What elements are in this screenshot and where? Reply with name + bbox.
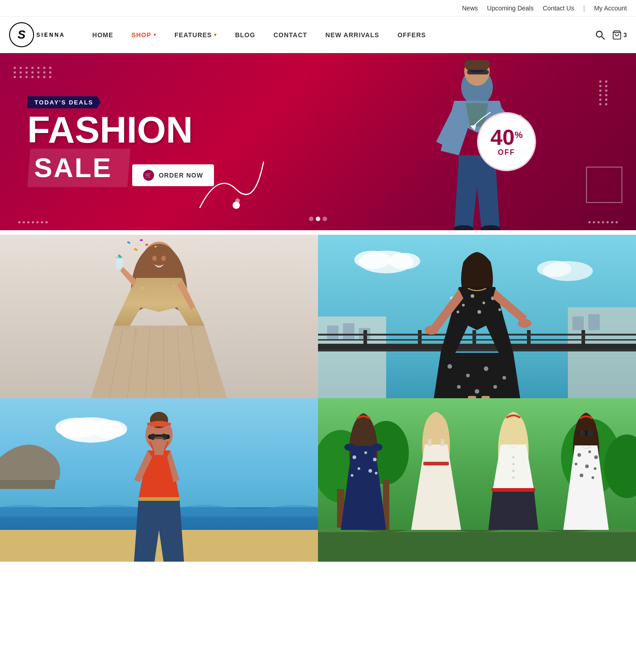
svg-point-76 <box>475 389 479 394</box>
svg-text:✦: ✦ <box>123 293 127 300</box>
nav-icons: 3 <box>595 30 627 40</box>
nav-shop[interactable]: SHOP ▾ <box>122 17 165 53</box>
product-card-3[interactable] <box>0 398 318 562</box>
svg-point-135 <box>594 467 596 470</box>
slide-dots <box>309 217 327 221</box>
product-card-2[interactable] <box>318 235 636 398</box>
hero-subtitle: SALE <box>34 152 112 183</box>
svg-rect-105 <box>318 530 636 562</box>
slide-dot-3[interactable] <box>323 217 327 221</box>
svg-point-136 <box>580 474 583 477</box>
top-bar: News Upcoming Deals Contact Us | My Acco… <box>0 0 636 17</box>
svg-point-113 <box>375 472 378 474</box>
svg-point-124 <box>512 470 515 472</box>
discount-arrow <box>468 108 495 130</box>
svg-rect-50 <box>363 330 367 346</box>
top-bar-upcoming-deals-link[interactable]: Upcoming Deals <box>487 5 534 12</box>
dots-bottom-right <box>588 221 618 223</box>
svg-text:✦: ✦ <box>173 285 175 287</box>
svg-point-5 <box>235 198 240 203</box>
svg-rect-95 <box>154 448 164 455</box>
svg-rect-52 <box>472 330 476 346</box>
svg-point-66 <box>457 311 459 313</box>
svg-rect-121 <box>492 488 535 492</box>
top-bar-news-link[interactable]: News <box>462 5 478 12</box>
svg-point-114 <box>344 444 355 451</box>
today-deals-badge: TODAY'S DEALS <box>27 96 101 109</box>
nav-offers[interactable]: OFFERS <box>388 17 435 53</box>
svg-point-122 <box>512 456 515 459</box>
svg-point-112 <box>351 474 353 477</box>
svg-line-1 <box>601 36 604 39</box>
slide-dot-2[interactable] <box>316 217 320 221</box>
svg-point-38 <box>388 253 420 269</box>
product-grid: ✦ ✦ ✦ ✦ <box>0 235 636 562</box>
svg-point-15 <box>152 256 157 261</box>
svg-point-62 <box>462 304 465 306</box>
svg-point-73 <box>484 366 488 371</box>
svg-rect-49 <box>318 349 636 351</box>
product-3-image <box>0 398 318 562</box>
svg-point-125 <box>512 477 515 479</box>
svg-point-40 <box>537 261 571 277</box>
top-bar-contact-us-link[interactable]: Contact Us <box>543 5 574 12</box>
dots-top-left <box>14 67 53 78</box>
svg-point-68 <box>498 308 501 311</box>
svg-marker-12 <box>470 125 476 130</box>
svg-rect-85 <box>0 530 318 562</box>
nav-features[interactable]: FEATURES ▾ <box>165 17 226 53</box>
svg-rect-88 <box>147 423 171 425</box>
hero-title: FASHION <box>27 113 214 147</box>
svg-point-107 <box>353 455 356 459</box>
svg-point-63 <box>471 294 474 298</box>
top-bar-divider: | <box>583 5 585 12</box>
order-cart-icon: 🛒 <box>143 170 154 181</box>
top-bar-my-account-link[interactable]: My Account <box>594 5 627 12</box>
svg-rect-119 <box>423 462 449 465</box>
search-icon <box>595 30 605 40</box>
hero-content: TODAY'S DEALS FASHION SALE 🛒 ORDER NOW <box>0 96 214 188</box>
svg-point-132 <box>594 455 598 459</box>
product-2-image <box>318 235 636 398</box>
svg-point-108 <box>364 451 367 454</box>
svg-point-67 <box>477 310 481 314</box>
svg-text:✦: ✦ <box>141 286 144 290</box>
svg-point-71 <box>447 364 452 369</box>
svg-rect-54 <box>581 330 585 346</box>
svg-point-129 <box>587 430 594 436</box>
svg-rect-42 <box>327 326 338 339</box>
nav-blog[interactable]: BLOG <box>226 17 264 53</box>
logo[interactable]: S SIENNA <box>9 22 65 47</box>
features-chevron-icon: ▾ <box>214 17 217 53</box>
svg-point-130 <box>577 453 581 457</box>
svg-point-137 <box>591 476 594 479</box>
cart-count: 3 <box>623 31 627 39</box>
svg-point-75 <box>457 385 461 389</box>
slide-dot-1[interactable] <box>309 217 313 221</box>
svg-point-115 <box>372 444 383 451</box>
cart-button[interactable]: 3 <box>612 30 627 40</box>
svg-rect-43 <box>343 323 354 339</box>
svg-rect-94 <box>139 497 179 501</box>
hero-banner: TODAY'S DEALS FASHION SALE 🛒 ORDER NOW <box>0 53 636 230</box>
svg-point-110 <box>358 467 360 470</box>
nav-contact[interactable]: CONTACT <box>264 17 316 53</box>
svg-point-4 <box>233 202 240 209</box>
main-navigation: S SIENNA HOME SHOP ▾ FEATURES ▾ BLOG CON… <box>0 17 636 53</box>
discount-percent: % <box>515 130 523 139</box>
svg-rect-27 <box>116 257 123 269</box>
svg-rect-117 <box>428 439 432 446</box>
nav-home[interactable]: HOME <box>83 17 122 53</box>
svg-point-96 <box>154 436 164 444</box>
discount-off: OFF <box>498 148 515 157</box>
svg-point-83 <box>91 420 127 438</box>
swirl-arrow-left <box>154 223 191 230</box>
product-card-4[interactable] <box>318 398 636 562</box>
nav-new-arrivals[interactable]: NEW ARRIVALS <box>316 17 388 53</box>
search-button[interactable] <box>595 30 605 40</box>
svg-point-111 <box>368 469 372 473</box>
product-card-1[interactable]: ✦ ✦ ✦ ✦ <box>0 235 318 398</box>
svg-point-109 <box>373 458 377 461</box>
svg-rect-51 <box>418 330 422 346</box>
svg-point-72 <box>466 374 470 377</box>
